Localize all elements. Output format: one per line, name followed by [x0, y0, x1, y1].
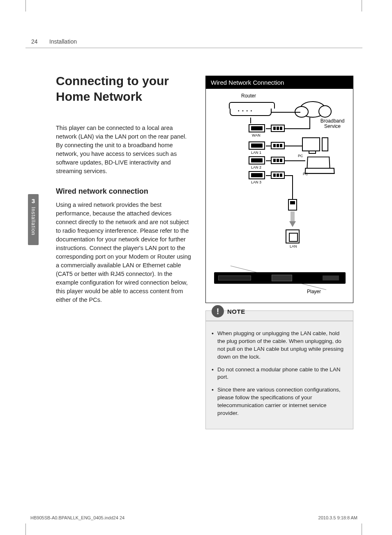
- lan3-port-icon: [249, 171, 265, 179]
- note-item: When plugging or unplugging the LAN cabl…: [212, 330, 347, 361]
- label-lanport: LAN: [290, 244, 297, 248]
- router-leds: • • • •: [238, 109, 253, 113]
- monitor-icon: [302, 137, 320, 151]
- diagram-title: Wired Network Connection: [206, 76, 353, 89]
- label-lan3: LAN 3: [251, 180, 261, 184]
- page: 24 Installation 3 Installation Connectin…: [25, 12, 362, 523]
- subheading: Wired network connection: [56, 187, 191, 196]
- player-device-icon: [214, 272, 346, 284]
- plug-icon: [271, 125, 285, 132]
- plug-icon: [271, 142, 285, 149]
- intro-paragraph: This player can be connected to a local …: [56, 124, 191, 176]
- chapter-number: 3: [28, 197, 39, 204]
- wan-port-icon: [249, 124, 265, 132]
- left-column: Connecting to your Home Network This pla…: [56, 73, 191, 304]
- note-list: When plugging or unplugging the LAN cabl…: [212, 330, 347, 417]
- lan2-port-icon: [249, 156, 265, 164]
- footer-timestamp: 2010.3.5 9:18:8 AM: [318, 515, 357, 520]
- footer-file: HB905SB-A0.BPANLLK_ENG_0405.indd24 24: [30, 515, 125, 520]
- label-router: Router: [241, 93, 256, 99]
- plug-icon: [271, 171, 285, 179]
- footer: HB905SB-A0.BPANLLK_ENG_0405.indd24 24 20…: [25, 515, 362, 520]
- diagram-body: Router • • • • Broadband Service WAN: [206, 89, 353, 303]
- side-tab: 3 Installation: [28, 194, 39, 245]
- note-item: Since there are various connection confi…: [212, 386, 347, 417]
- right-column: Wired Network Connection Router • • • • …: [205, 76, 353, 429]
- page-number: 24: [31, 38, 38, 45]
- note-label: NOTE: [227, 308, 245, 315]
- player-lan-port-icon: [286, 229, 300, 243]
- label-lan2: LAN 2: [251, 165, 261, 169]
- laptop-icon: [307, 157, 330, 171]
- label-pc1: PC: [298, 154, 303, 158]
- label-player: Player: [307, 289, 321, 294]
- label-broadband: Broadband Service: [316, 118, 349, 129]
- label-lan1: LAN 1: [251, 151, 261, 155]
- plug-icon: [271, 157, 285, 164]
- label-wan: WAN: [252, 133, 261, 137]
- lan1-port-icon: [249, 141, 265, 150]
- label-pc2: PC: [303, 172, 308, 176]
- page-header: 24 Installation: [25, 38, 362, 48]
- body-paragraph: Using a wired network provides the best …: [56, 201, 191, 304]
- rj45-plug-icon: [288, 199, 297, 211]
- cloud-icon: [300, 101, 326, 118]
- note-item: Do not connect a modular phone cable to …: [212, 366, 347, 382]
- page-title: Connecting to your Home Network: [56, 73, 191, 104]
- header-section: Installation: [49, 38, 77, 45]
- cable-shaft: [291, 211, 295, 222]
- chapter-label: Installation: [30, 207, 36, 238]
- note-box: ! NOTE When plugging or unplugging the L…: [205, 310, 353, 429]
- diagram-box: Wired Network Connection Router • • • • …: [205, 76, 353, 303]
- arrow-down-icon: [289, 221, 296, 227]
- pc-tower-icon: [322, 137, 328, 151]
- note-badge: ! NOTE: [212, 305, 245, 317]
- exclamation-icon: !: [212, 305, 224, 317]
